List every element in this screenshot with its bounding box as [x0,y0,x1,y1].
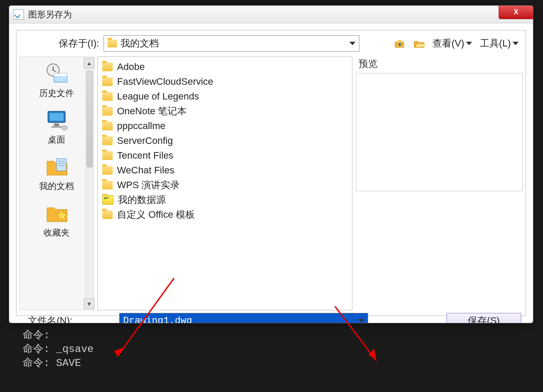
chevron-down-icon [513,42,519,45]
svg-rect-7 [51,126,62,128]
desktop-icon [44,109,69,130]
cmd-line: 命令: SAVE [23,355,520,369]
svg-rect-5 [50,113,64,121]
file-name: FastViewCloudService [117,76,213,87]
places-bar: ▲ 历史文件 桌面 [19,56,94,310]
app-icon [13,9,24,20]
titlebar[interactable]: 图形另存为 X [9,6,533,23]
file-name: Adobe [117,61,145,73]
list-item[interactable]: 自定义 Office 模板 [102,207,348,222]
file-name: 我的数据源 [118,193,166,206]
file-list[interactable]: AdobeFastViewCloudServiceLeague of Legen… [97,56,352,310]
file-name: Tencent Files [117,150,174,161]
place-favorites[interactable]: 收藏夹 [26,198,87,245]
close-button[interactable]: X [499,5,533,19]
file-name: WeChat Files [117,165,174,176]
close-icon: X [514,8,519,16]
chevron-down-icon [466,42,472,45]
filename-label: 文件名(N): [21,314,119,323]
history-icon [44,62,69,84]
svg-point-8 [61,126,67,130]
command-output: 命令: 命令: _qsave 命令: SAVE [10,326,533,386]
place-desktop[interactable]: 桌面 [26,105,87,152]
savein-label: 保存于(I): [21,37,104,50]
folder-icon [102,107,113,116]
folder-icon [107,40,117,47]
scrollbar[interactable] [85,68,94,299]
folder-icon [102,166,113,175]
folder-icon [102,136,113,145]
list-item[interactable]: FastViewCloudService [102,74,348,89]
savein-value: 我的文档 [121,37,159,50]
savein-combobox[interactable]: 我的文档 [104,35,359,52]
list-item[interactable]: League of Legends [102,89,348,104]
place-mydocs[interactable]: 我的文档 [26,152,87,198]
file-name: 自定义 Office 模板 [117,208,195,221]
tools-menu[interactable]: 工具(L) [480,37,519,50]
place-history[interactable]: 历史文件 [26,59,87,105]
save-as-dialog: 图形另存为 X 保存于(I): 我的文档 [9,5,533,323]
file-name: League of Legends [117,91,199,102]
file-name: WPS 演讲实录 [117,179,180,192]
tools-label: 工具(L) [480,37,511,50]
documents-icon [44,155,69,177]
dialog-title: 图形另存为 [28,9,72,20]
list-item[interactable]: Tencent Files [102,148,348,163]
svg-rect-6 [54,123,59,126]
file-name: pppccallme [117,120,165,132]
folder-icon [102,77,113,86]
open-folder-icon[interactable] [413,39,425,48]
folder-icon [102,210,113,219]
list-item[interactable]: WeChat Files [102,163,348,178]
datasource-folder-icon [102,195,114,205]
list-item[interactable]: 我的数据源 [102,193,348,207]
favorites-icon [44,202,69,223]
dialog-body: 保存于(I): 我的文档 查看(V) [16,30,526,316]
folder-icon [102,122,113,130]
file-name: OneNote 笔记本 [117,105,187,118]
list-item[interactable]: WPS 演讲实录 [102,178,348,193]
list-item[interactable]: ServerConfig [102,133,348,148]
folder-icon [102,151,113,160]
preview-label: 预览 [356,56,523,73]
folder-icon [102,92,113,101]
scrollbar-thumb[interactable] [87,71,93,167]
view-label: 查看(V) [432,37,464,50]
preview-panel: 预览 [356,56,523,310]
svg-rect-3 [54,73,67,76]
list-item[interactable]: OneNote 笔记本 [102,104,348,119]
save-button[interactable]: 保存(S) [446,313,521,323]
cmd-line: 命令: [23,328,520,342]
file-name: ServerConfig [117,135,173,146]
view-menu[interactable]: 查看(V) [432,37,472,50]
preview-box [356,73,523,191]
list-item[interactable]: Adobe [102,60,348,74]
filename-combobox[interactable] [119,313,368,323]
folder-icon [102,181,113,189]
scroll-down-button[interactable]: ▼ [84,299,94,309]
filename-input[interactable] [120,313,368,323]
cmd-line: 命令: _qsave [23,342,520,355]
scroll-up-button[interactable]: ▲ [84,58,94,68]
list-item[interactable]: pppccallme [102,119,348,133]
chevron-down-icon [358,319,364,322]
chevron-down-icon [349,42,355,45]
folder-icon [102,63,113,71]
up-one-level-icon[interactable] [394,39,406,48]
svg-rect-9 [57,159,66,171]
